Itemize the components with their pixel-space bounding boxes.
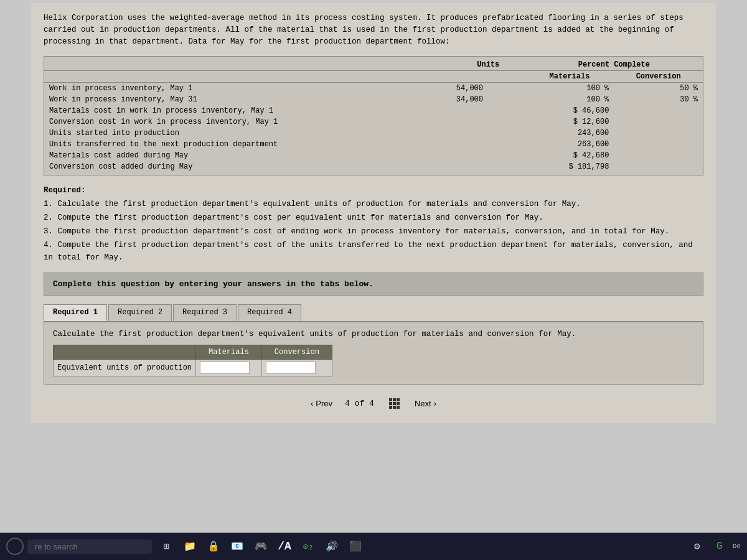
table-row: Conversion cost added during May $ 181,7… [44, 161, 703, 172]
grid-view-icon[interactable] [389, 398, 400, 409]
row-conversion [614, 105, 703, 116]
sub-empty [44, 71, 451, 83]
conversion-col-header: Conversion [261, 345, 332, 360]
table-row: Work in process inventory, May 1 54,000 … [44, 83, 703, 95]
prev-arrow-icon: ‹ [311, 399, 313, 408]
row-units [451, 105, 525, 116]
row-conversion: 50 % [614, 83, 703, 95]
row-units [451, 128, 525, 139]
taskbar-icon-2[interactable]: 📁 [181, 537, 199, 556]
tab-description: Calculate the first production departmen… [53, 330, 694, 338]
table-row: Materials cost added during May $ 42,680 [44, 150, 703, 161]
row-conversion: 30 % [614, 94, 703, 105]
navigation-row: ‹ Prev 4 of 4 Next › [44, 393, 703, 414]
tab-required-3[interactable]: Required 3 [173, 304, 237, 321]
row-materials: 263,600 [525, 139, 614, 150]
taskbar-icon-1[interactable]: ⊞ [157, 537, 176, 556]
materials-answer-input[interactable] [200, 362, 250, 374]
data-table: Units Percent Complete Materials Convers… [44, 59, 703, 172]
required-item-1: 1. Calculate the first production depart… [44, 198, 703, 210]
row-materials: $ 42,680 [525, 150, 614, 161]
row-materials: $ 46,600 [525, 105, 614, 116]
table-row: Units transferred to the next production… [44, 139, 703, 150]
complete-question-text: Complete this question by entering your … [53, 279, 374, 289]
taskbar-search-area [6, 538, 152, 555]
tab-required-4[interactable]: Required 4 [238, 304, 301, 321]
taskbar-search-input[interactable] [27, 539, 152, 554]
taskbar-icon-text[interactable]: /A [275, 537, 294, 556]
materials-subheader: Materials [525, 71, 614, 83]
required-header: Required: [44, 186, 86, 195]
row-materials: $ 12,600 [525, 116, 614, 128]
percent-complete-header: Percent Complete [525, 59, 703, 71]
table-row: Conversion cost in work in process inven… [44, 116, 703, 128]
row-materials: 243,600 [525, 128, 614, 139]
empty-header [44, 59, 451, 71]
prev-label: Prev [316, 399, 332, 408]
required-item-3: 3. Compute the first production departme… [44, 225, 703, 238]
materials-input-cell[interactable] [196, 360, 262, 376]
taskbar-icon-4[interactable]: 📧 [228, 537, 247, 556]
required-section: Required: 1. Calculate the first product… [44, 184, 703, 264]
required-item-2: 2. Compute the first production departme… [44, 212, 703, 224]
row-conversion [614, 128, 703, 139]
next-label: Next [415, 399, 431, 408]
row-units: 54,000 [451, 83, 525, 95]
row-materials: $ 181,798 [525, 161, 614, 172]
taskbar-icon-7[interactable]: ⬛ [346, 537, 365, 556]
taskbar-icon-xbox[interactable]: ⊙₂ [299, 537, 317, 556]
row-label: Units started into production [44, 128, 451, 139]
conversion-input-cell[interactable] [261, 360, 332, 376]
row-label: Work in process inventory, May 31 [44, 94, 451, 105]
row-units [451, 139, 525, 150]
complete-question-box: Complete this question by entering your … [44, 273, 703, 296]
taskbar-app-icon[interactable]: G [710, 537, 729, 556]
row-label: Materials cost in work in process invent… [44, 105, 451, 116]
row-conversion [614, 161, 703, 172]
prev-button[interactable]: ‹ Prev [311, 399, 332, 408]
next-arrow-icon: › [434, 399, 436, 408]
answer-table: Materials Conversion Equivalent units of… [53, 345, 332, 376]
tab-required-2[interactable]: Required 2 [108, 304, 172, 321]
row-label: Conversion cost in work in process inven… [44, 116, 451, 128]
row-label: Conversion cost added during May [44, 161, 451, 172]
taskbar-icon-3[interactable]: 🔒 [204, 537, 223, 556]
row-materials: 100 % [525, 83, 614, 95]
equivalent-units-label: Equivalent units of production [54, 360, 196, 376]
tab-required-1[interactable]: Required 1 [44, 304, 107, 321]
windows-start-button[interactable] [6, 538, 24, 555]
taskbar-icon-6[interactable]: 🔊 [322, 537, 341, 556]
settings-icon[interactable]: ⚙ [688, 537, 707, 556]
empty-col-header [54, 345, 196, 360]
required-item-4: 4. Compute the first production departme… [44, 239, 703, 264]
materials-col-header: Materials [196, 345, 262, 360]
row-label: Materials cost added during May [44, 150, 451, 161]
intro-paragraph: Helix Corporation uses the weighted-aver… [44, 12, 703, 47]
units-header: Units [451, 59, 525, 71]
taskbar-right: ⚙ G De [688, 537, 741, 556]
tabs-row: Required 1 Required 2 Required 3 Require… [44, 304, 703, 322]
row-conversion [614, 139, 703, 150]
table-row: Materials cost in work in process invent… [44, 105, 703, 116]
answer-row: Equivalent units of production [54, 360, 332, 376]
sub-units [451, 71, 525, 83]
conversion-answer-input[interactable] [266, 362, 316, 374]
row-label: Work in process inventory, May 1 [44, 83, 451, 95]
table-row: Work in process inventory, May 31 34,000… [44, 94, 703, 105]
conversion-subheader: Conversion [614, 71, 703, 83]
row-units: 34,000 [451, 94, 525, 105]
row-units [451, 116, 525, 128]
taskbar: ⊞ 📁 🔒 📧 🎮 /A ⊙₂ 🔊 ⬛ ⚙ G De [0, 533, 747, 560]
row-label: Units transferred to the next production… [44, 139, 451, 150]
row-conversion [614, 116, 703, 128]
next-button[interactable]: Next › [415, 399, 436, 408]
tab-content-area: Calculate the first production departmen… [44, 322, 703, 385]
page-indicator: 4 of 4 [345, 399, 374, 408]
row-units [451, 150, 525, 161]
row-conversion [614, 150, 703, 161]
taskbar-time: De [733, 543, 741, 550]
row-materials: 100 % [525, 94, 614, 105]
taskbar-icon-5[interactable]: 🎮 [251, 537, 270, 556]
table-row: Units started into production 243,600 [44, 128, 703, 139]
row-units [451, 161, 525, 172]
